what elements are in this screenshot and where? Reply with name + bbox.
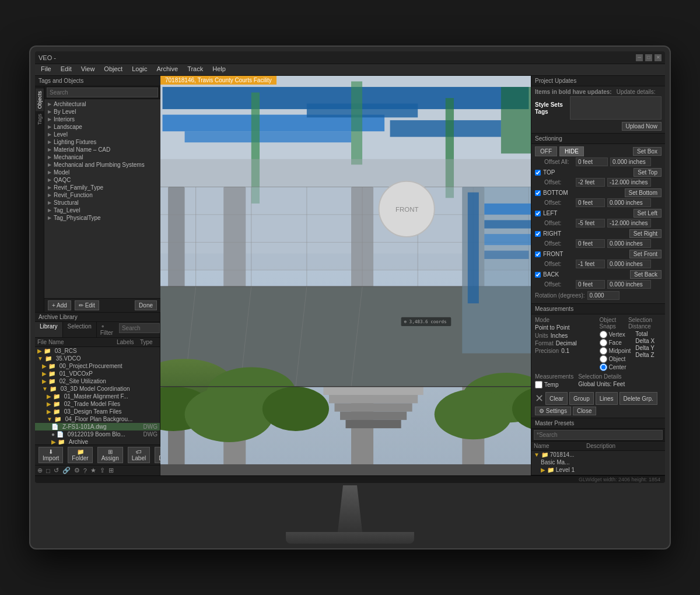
tree-item-landscape[interactable]: ▶Landscape [44,123,160,131]
section-off-button[interactable]: OFF [535,146,557,156]
filter-icon[interactable]: ⚬ Filter [97,322,117,337]
vtab-tags[interactable]: Tags [36,111,44,127]
settings-button[interactable]: ⚙ Settings [535,407,571,415]
tree-item-model[interactable]: ▶Model [44,169,160,176]
menu-logic[interactable]: Logic [131,65,148,74]
preset-search-input[interactable] [534,430,663,440]
tree-item-mechanical[interactable]: ▶Mechanical [44,153,160,161]
section-top-checkbox[interactable] [535,170,541,176]
preset-row-level1[interactable]: ▶ 📁 Level 1 [531,466,665,474]
archive-row-design[interactable]: ▶ 📁03_Design Team Files [35,408,160,415]
snap-midpoint-radio[interactable] [600,347,607,355]
icon-share[interactable]: ⇪ [100,467,105,474]
label-button[interactable]: 🏷 Label [128,447,150,463]
archive-row-35vdco[interactable]: ▼ 📁35.VDCO [35,355,160,362]
preset-row-basicma[interactable]: Basic Ma... [531,459,665,466]
icon-help[interactable]: ? [83,467,87,474]
icon-box[interactable]: □ [46,467,50,474]
front-inches-input[interactable] [607,260,651,268]
done-button[interactable]: Done [135,300,157,310]
set-right-button[interactable]: Set Right [629,229,662,238]
menu-track[interactable]: Track [186,65,204,74]
lines-button[interactable]: Lines [596,392,618,405]
icon-settings2[interactable]: ⚙ [74,467,80,474]
tree-item-tag-physical[interactable]: ▶Tag_PhysicalType [44,214,160,222]
tags-search-input[interactable] [47,88,158,97]
archive-row-floor[interactable]: ▼ 📁04_Floor Plan Backgrou... [35,415,160,423]
vtab-objects[interactable]: Objects [36,89,44,111]
right-offset-input[interactable] [576,239,605,248]
tree-item-lighting[interactable]: ▶Lighting Fixtures [44,138,160,146]
set-back-button[interactable]: Set Back [630,270,662,279]
tree-item-level[interactable]: ▶Level [44,131,160,138]
menu-view[interactable]: View [80,65,96,74]
import-button[interactable]: ⬇ Import [38,447,63,463]
tree-item-tag-level[interactable]: ▶Tag_Level [44,206,160,214]
offset-all-inches-input[interactable] [610,158,651,166]
menu-object[interactable]: Object [103,65,124,74]
section-back-checkbox[interactable] [535,272,541,278]
menu-archive[interactable]: Archive [155,65,179,74]
maximize-button[interactable]: □ [645,54,652,61]
offset-all-input[interactable] [576,158,608,166]
section-bottom-checkbox[interactable] [535,190,541,196]
set-box-button[interactable]: Set Box [633,147,662,156]
bottom-offset-input[interactable] [576,198,605,207]
tree-item-interiors[interactable]: ▶Interiors [44,116,160,123]
snap-center-radio[interactable] [600,363,607,371]
upload-now-button[interactable]: Upload Now [622,122,662,131]
back-offset-input[interactable] [576,280,605,289]
delete-grp-button[interactable]: Delete Grp. [620,392,657,405]
menu-edit[interactable]: Edit [60,65,73,74]
rotation-input[interactable] [587,291,620,300]
minimize-button[interactable]: ─ [636,54,643,61]
archive-search-input[interactable] [119,323,160,333]
set-top-button[interactable]: Set Top [634,168,662,177]
icon-link[interactable]: 🔗 [62,467,71,474]
tree-item-revit-family[interactable]: ▶Revit_Family_Type [44,184,160,191]
menu-help[interactable]: Help [211,65,227,74]
snap-object-radio[interactable] [600,355,607,363]
snap-face-radio[interactable] [600,339,607,346]
edit-tag-button[interactable]: ✏ Edit [75,300,99,310]
set-bottom-button[interactable]: Set Bottom [625,188,662,197]
folder-button[interactable]: 📁 Folder [68,447,92,463]
snap-vertex-radio[interactable] [600,331,607,338]
close-meas-button[interactable]: Close [573,407,596,415]
archive-row-trade[interactable]: ▶ 📁02_Trade Model Files [35,400,160,408]
tree-item-qaqc[interactable]: ▶QAQC [44,176,160,184]
tree-item-architectural[interactable]: ▶Architectural [44,100,160,108]
assign-button[interactable]: ⊞ Assign [97,447,123,463]
front-offset-input[interactable] [576,260,605,268]
archive-row-boom[interactable]: ● 📄09122019 Boom Blo... DWG [35,430,160,438]
tree-item-material[interactable]: ▶Material Name – CAD [44,146,160,153]
archive-row-archive[interactable]: ▶ 📁Archive [35,438,160,444]
close-button[interactable]: ✕ [654,54,662,61]
left-offset-input[interactable] [576,219,605,228]
archive-row-03rcs[interactable]: ▶ 📁03_RCS [35,347,160,355]
icon-import[interactable]: ⊕ [37,467,43,474]
tree-item-mech-plumb[interactable]: ▶Mechanical and Plumbing Systems [44,161,160,169]
section-right-checkbox[interactable] [535,231,541,237]
bottom-inches-input[interactable] [607,198,651,207]
right-inches-input[interactable] [607,239,651,248]
section-hide-button[interactable]: HIDE [559,146,584,156]
icon-star[interactable]: ★ [90,467,96,474]
icon-refresh[interactable]: ↺ [54,467,59,474]
top-inches-input[interactable] [607,178,651,187]
archive-row-3dmodel[interactable]: ▼ 📁03_3D Model Coordination [35,385,160,393]
group-meas-button[interactable]: Group [569,392,594,405]
archive-row-procurement[interactable]: ▶ 📁00_Project.Procurement [35,362,160,370]
archive-tab-library[interactable]: Library [35,322,63,337]
set-left-button[interactable]: Set Left [634,209,662,218]
section-front-checkbox[interactable] [535,251,541,257]
temp-checkbox[interactable] [535,381,542,388]
left-inches-input[interactable] [607,219,651,228]
icon-grid[interactable]: ⊞ [108,467,114,474]
archive-row-vdcoxp[interactable]: ▶ 📁01_VDCOxP [35,370,160,377]
archive-tab-selection[interactable]: Selection [63,322,97,337]
archive-row-site[interactable]: ▶ 📁02_Site Utilization [35,377,160,385]
back-inches-input[interactable] [607,280,651,289]
archive-row-dwg-z[interactable]: 📄Z-FS1-101A.dwg DWG [35,423,160,430]
top-offset-input[interactable] [576,178,605,187]
